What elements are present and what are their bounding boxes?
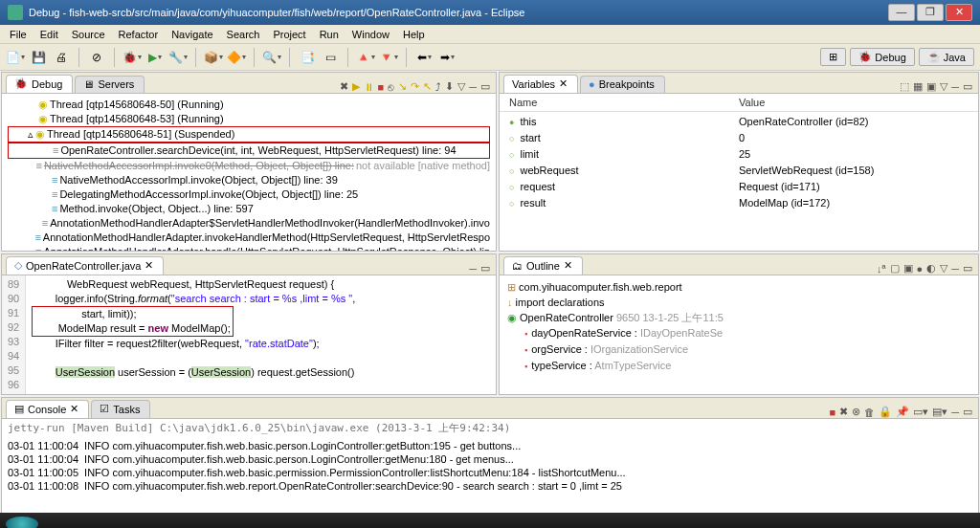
save-button[interactable]: 💾 <box>29 48 48 67</box>
suspend-button[interactable]: ⏸ <box>364 81 374 93</box>
var-name[interactable]: this <box>520 116 536 127</box>
outline-package[interactable]: com.yihuacomputer.fish.web.report <box>519 281 682 293</box>
menu-window[interactable]: Window <box>346 27 395 42</box>
var-name[interactable]: start <box>520 132 540 143</box>
menu-file[interactable]: File <box>4 27 33 42</box>
minimize-icon[interactable]: ─ <box>469 81 477 93</box>
stack-frame[interactable]: AnnotationMethodHandlerAdapter$ServletHa… <box>50 216 490 231</box>
open-console-button[interactable]: ▤▾ <box>932 406 947 418</box>
menu-run[interactable]: Run <box>314 27 345 42</box>
var-name[interactable]: limit <box>520 148 539 160</box>
minimize-icon[interactable]: ─ <box>469 263 477 275</box>
java-perspective[interactable]: ☕Java <box>919 48 974 66</box>
tab-outline[interactable]: 🗂Outline ✕ <box>503 256 583 275</box>
debug-tree[interactable]: ◉ Thread [qtp145680648-50] (Running) ◉ T… <box>2 94 496 251</box>
maximize-icon[interactable]: ▭ <box>480 80 490 93</box>
resume-button[interactable]: ▶ <box>352 80 360 93</box>
remove-terminated-button[interactable]: ✖ <box>340 80 348 93</box>
remove-all-button[interactable]: ⊗ <box>852 406 860 418</box>
tab-tasks[interactable]: ☑Tasks <box>91 400 150 418</box>
menu-refactor[interactable]: Refactor <box>113 27 165 42</box>
stack-frame[interactable]: Method.invoke(Object, Object...) line: 5… <box>59 202 253 216</box>
vars-col-value[interactable]: Value <box>739 97 969 108</box>
variables-table[interactable]: ●thisOpenRateController (id=82) ○start0 … <box>500 112 978 251</box>
back-button[interactable]: ⬅ <box>414 48 434 67</box>
sort-button[interactable]: ↓ª <box>877 263 886 275</box>
thread-row[interactable]: Thread [qtp145680648-50] (Running) <box>50 98 224 112</box>
windows-taskbar[interactable] <box>0 513 980 528</box>
prev-annotation-button[interactable]: 🔻 <box>379 48 398 67</box>
debug-perspective[interactable]: 🐞Debug <box>850 48 914 66</box>
view-menu-icon[interactable]: ▽ <box>457 80 465 93</box>
var-value[interactable]: ModelMap (id=172) <box>739 195 969 211</box>
maximize-icon[interactable]: ▭ <box>963 80 972 93</box>
tab-console[interactable]: ▤Console ✕ <box>6 400 89 418</box>
outline-imports[interactable]: import declarations <box>516 297 605 308</box>
menu-project[interactable]: Project <box>267 27 311 42</box>
vars-col-name[interactable]: Name <box>509 97 739 108</box>
maximize-icon[interactable]: ▭ <box>480 262 490 275</box>
maximize-icon[interactable]: ▭ <box>963 406 972 418</box>
tab-breakpoints[interactable]: ●Breakpoints <box>580 76 665 93</box>
display-selected-button[interactable]: ▭▾ <box>913 406 928 418</box>
next-annotation-button[interactable]: 🔺 <box>356 48 375 67</box>
disconnect-button[interactable]: ⎋ <box>388 81 394 93</box>
debug-button[interactable]: 🐞 <box>122 48 142 67</box>
stack-frame[interactable]: NativeMethodAccessorImpl.invoke(Object, … <box>59 173 337 187</box>
menu-help[interactable]: Help <box>397 27 431 42</box>
view-menu-icon[interactable]: ▽ <box>940 80 947 93</box>
view-menu-icon[interactable]: ▽ <box>940 262 947 275</box>
hide-local-button[interactable]: ◐ <box>926 262 936 275</box>
console-output[interactable]: 03-01 11:00:04 INFO com.yihuacomputer.fi… <box>2 437 978 513</box>
tab-servers[interactable]: 🖥Servers <box>75 76 145 93</box>
new-type-button[interactable]: 🔶 <box>227 48 246 67</box>
menu-search[interactable]: Search <box>221 27 266 42</box>
minimize-icon[interactable]: ─ <box>951 81 959 93</box>
start-button[interactable] <box>6 517 38 528</box>
stack-frame-native[interactable]: NativeMethodAccessorImpl.invoke0(Method,… <box>44 159 354 173</box>
tab-editor-file[interactable]: ◇OpenRateController.java ✕ <box>6 256 164 275</box>
print-button[interactable]: 🖨 <box>52 48 71 67</box>
stack-frame[interactable]: AnnotationMethodHandlerAdapter.invokeHan… <box>43 231 490 245</box>
forward-button[interactable]: ➡ <box>437 48 457 67</box>
outline-tree[interactable]: ⊞ com.yihuacomputer.fish.web.report ↓ im… <box>500 275 978 394</box>
new-button[interactable]: 📄 <box>6 48 25 67</box>
var-value[interactable]: 0 <box>739 130 969 146</box>
maximize-button[interactable]: ❐ <box>917 4 944 21</box>
maximize-icon[interactable]: ▭ <box>963 262 972 275</box>
terminate-button[interactable]: ■ <box>378 81 385 93</box>
var-value[interactable]: Request (id=171) <box>739 179 969 195</box>
step-into-button[interactable]: ↘ <box>398 80 407 93</box>
code-editor[interactable]: 8990919293949596 WebRequest webRequest, … <box>2 275 496 394</box>
new-package-button[interactable]: 📦 <box>204 48 223 67</box>
run-button[interactable]: ▶ <box>145 48 165 67</box>
tab-debug[interactable]: 🐞Debug <box>6 75 73 93</box>
toggle-block-button[interactable]: ▭ <box>321 48 340 67</box>
step-return-button[interactable]: ↖ <box>423 80 432 93</box>
var-value[interactable]: 25 <box>739 146 969 163</box>
minimize-icon[interactable]: ─ <box>951 263 959 275</box>
show-type-button[interactable]: ⬚ <box>900 80 909 93</box>
search-button[interactable]: 🔍 <box>262 48 281 67</box>
var-name[interactable]: webRequest <box>520 165 578 176</box>
terminate-console-button[interactable]: ■ <box>830 407 836 418</box>
remove-launch-button[interactable]: ✖ <box>839 406 848 418</box>
pin-console-button[interactable]: 📌 <box>896 406 909 418</box>
outline-field[interactable]: dayOpenRateService <box>531 327 632 339</box>
menu-navigate[interactable]: Navigate <box>166 27 218 42</box>
stack-frame[interactable]: DelegatingMethodAccessorImpl.invoke(Obje… <box>59 187 358 202</box>
stack-frame[interactable]: OpenRateController.searchDevice(int, int… <box>60 143 456 158</box>
outline-field[interactable]: typeService <box>531 360 586 371</box>
skip-breakpoints-button[interactable]: ⊘ <box>87 48 106 67</box>
var-value[interactable]: OpenRateController (id=82) <box>739 114 969 130</box>
hide-fields-button[interactable]: ▢ <box>890 262 900 275</box>
outline-field[interactable]: orgService <box>531 343 582 355</box>
hide-nonpublic-button[interactable]: ● <box>917 263 924 275</box>
step-filters-button[interactable]: ⬇ <box>445 80 454 93</box>
toggle-mark-button[interactable]: 📑 <box>298 48 317 67</box>
menu-edit[interactable]: Edit <box>34 27 64 42</box>
tab-variables[interactable]: Variables ✕ <box>503 75 578 93</box>
menu-source[interactable]: Source <box>66 27 111 42</box>
drop-frame-button[interactable]: ⤴ <box>435 81 441 93</box>
clear-console-button[interactable]: 🗑 <box>864 407 875 418</box>
